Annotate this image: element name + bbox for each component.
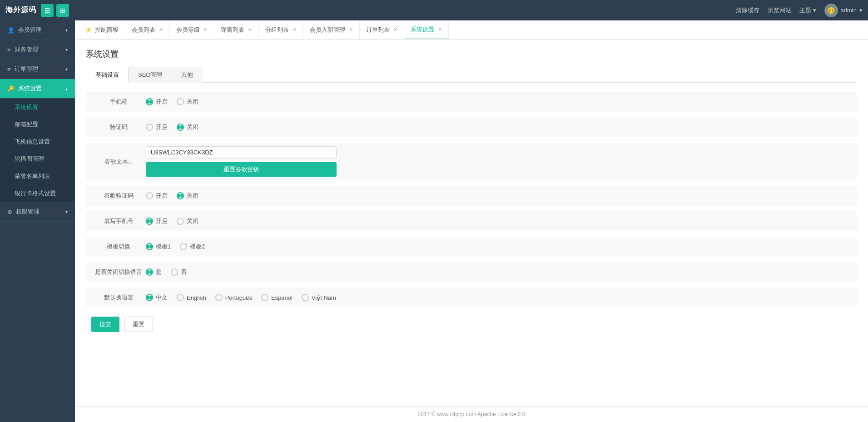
fill-phone-on-label: 开启 [156, 217, 168, 225]
template-1-radio[interactable]: 模板1 [146, 243, 171, 251]
mobile-off-radio-btn [177, 98, 184, 105]
app-logo: 海外源码 [5, 5, 36, 15]
fill-phone-off-radio[interactable]: 关闭 [177, 217, 198, 225]
permission-icon: ⊕ [7, 209, 12, 215]
sidebar-item-member-management[interactable]: 👤 会员管理 ▾ [0, 20, 75, 40]
google-captcha-off-radio[interactable]: 关闭 [177, 192, 198, 200]
mobile-on-radio[interactable]: 开启 [146, 98, 168, 106]
lang-vn-label: Việt Nam [312, 294, 336, 301]
sidebar-sub-system-settings[interactable]: 系统设置 [0, 99, 75, 116]
tab-order-list[interactable]: 订单列表 ✕ [360, 20, 404, 40]
sidebar-sub-carousel[interactable]: 轮播图管理 [0, 150, 75, 168]
tab-close-system-settings[interactable]: ✕ [438, 26, 442, 32]
tab-close-order-list[interactable]: ✕ [393, 27, 397, 33]
tab-close-member-level[interactable]: ✕ [203, 27, 208, 33]
clear-cache-button[interactable]: 清除缓存 [736, 6, 759, 15]
layout: 👤 会员管理 ▾ ≡ 财务管理 ▾ ≡ 订单管理 ▾ 🔑 系统设置 ▴ [0, 20, 868, 422]
tab-member-onboard[interactable]: 会员入职管理 ✕ [303, 20, 360, 40]
sidebar-sub-email-config[interactable]: 邮箱配置 [0, 116, 75, 133]
lang-es-btn [261, 294, 268, 301]
sidebar-label-system: 系统设置 [18, 84, 42, 93]
sidebar-label-order: 订单管理 [15, 65, 38, 73]
lang-vn-radio[interactable]: Việt Nam [302, 294, 336, 301]
captcha-controls: 开启 关闭 [146, 123, 198, 131]
sidebar-label-finance: 财务管理 [15, 45, 38, 54]
sidebar-label-member: 会员管理 [18, 26, 42, 34]
sidebar-sub-honor-list[interactable]: 荣誉名单列表 [0, 168, 75, 185]
captcha-off-label: 关闭 [187, 123, 198, 131]
close-lang-row: 是否关闭切换语言 是 否 [86, 262, 857, 282]
mobile-off-radio[interactable]: 关闭 [177, 98, 198, 106]
fill-phone-on-radio[interactable]: 开启 [146, 217, 168, 225]
key-icon: 🔑 [7, 85, 15, 92]
chevron-icon-permission: ▾ [65, 209, 68, 214]
google-captcha-on-radio[interactable]: 开启 [146, 192, 168, 200]
fill-phone-controls: 开启 关闭 [146, 217, 198, 225]
lang-en-btn [177, 294, 184, 301]
reset-button[interactable]: 重置 [124, 317, 153, 332]
lang-en-label: English [187, 294, 206, 301]
tab-bar: ⚡ 控制面板 会员列表 ✕ 会员等级 ✕ 弹窗列表 ✕ 分组列表 ✕ 会员入职管… [75, 20, 868, 40]
sidebar-sub-bank-card[interactable]: 银行卡格式设置 [0, 185, 75, 202]
lang-es-radio[interactable]: Español [261, 294, 293, 301]
close-lang-no-label: 否 [181, 268, 187, 276]
chevron-icon-order: ▾ [65, 67, 68, 72]
tab-member-level[interactable]: 会员等级 ✕ [170, 20, 214, 40]
menu-toggle-button[interactable]: ☰ [41, 4, 54, 17]
sidebar-item-system-settings[interactable]: 🔑 系统设置 ▴ [0, 79, 75, 99]
chevron-icon: ▾ [65, 28, 68, 33]
tab-group-list[interactable]: 分组列表 ✕ [259, 20, 303, 40]
theme-button[interactable]: 主题 ▾ [799, 6, 816, 15]
submit-button[interactable]: 提交 [91, 317, 119, 332]
lang-zh-radio[interactable]: 中文 [146, 293, 168, 302]
browse-site-button[interactable]: 浏览网站 [768, 6, 791, 15]
sidebar-item-permission-management[interactable]: ⊕ 权限管理 ▾ [0, 202, 75, 222]
inner-tab-seo[interactable]: SEO管理 [129, 67, 172, 83]
form-actions: 提交 重置 [86, 317, 857, 332]
default-lang-row: 默认换语言 中文 English Português [86, 288, 857, 308]
close-lang-yes-radio[interactable]: 是 [146, 268, 162, 276]
order-icon: ≡ [7, 66, 11, 73]
close-lang-no-radio[interactable]: 否 [171, 268, 187, 276]
captcha-on-radio[interactable]: 开启 [146, 123, 168, 131]
chevron-down-icon-user: ▾ [859, 7, 863, 14]
google-text-row: 谷歌文本... 重置谷歌密钥 [86, 143, 857, 180]
google-text-input[interactable] [146, 146, 337, 159]
sidebar-item-finance-management[interactable]: ≡ 财务管理 ▾ [0, 40, 75, 60]
sidebar-sub-flight-info[interactable]: 飞机信息设置 [0, 133, 75, 150]
inner-tab-basic[interactable]: 基础设置 [86, 67, 129, 83]
template-2-radio[interactable]: 模板2 [180, 243, 205, 251]
captcha-label: 验证码 [91, 123, 146, 131]
captcha-on-label: 开启 [156, 123, 168, 131]
captcha-row: 验证码 开启 关闭 [86, 117, 857, 137]
lang-zh-label: 中文 [156, 293, 168, 302]
mobile-on-label: 开启 [156, 98, 168, 106]
tab-close-group-list[interactable]: ✕ [293, 27, 297, 33]
tab-system-settings[interactable]: 系统设置 ✕ [404, 20, 449, 40]
sidebar-item-order-management[interactable]: ≡ 订单管理 ▾ [0, 60, 75, 79]
tab-dashboard[interactable]: ⚡ 控制面板 [79, 20, 125, 40]
inner-tab-other[interactable]: 其他 [172, 67, 203, 83]
tab-close-member-onboard[interactable]: ✕ [349, 27, 353, 33]
tab-popup-list[interactable]: 弹窗列表 ✕ [214, 20, 259, 40]
captcha-on-radio-btn [146, 124, 153, 131]
tab-close-member-list[interactable]: ✕ [159, 27, 163, 33]
lang-en-radio[interactable]: English [177, 294, 206, 301]
header-right: 清除缓存 浏览网站 主题 ▾ 😊 admin ▾ [736, 4, 863, 17]
close-lang-yes-label: 是 [156, 268, 162, 276]
lang-pt-radio[interactable]: Português [215, 294, 252, 301]
grid-toggle-button[interactable]: ⊞ [56, 4, 69, 17]
header-left: 海外源码 ☰ ⊞ [5, 4, 69, 17]
reset-google-key-button[interactable]: 重置谷歌密钥 [146, 162, 337, 177]
default-lang-controls: 中文 English Português Español [146, 293, 336, 302]
template-2-btn [180, 243, 187, 250]
close-lang-controls: 是 否 [146, 268, 187, 276]
close-lang-yes-btn [146, 268, 153, 276]
tab-close-popup-list[interactable]: ✕ [248, 27, 252, 33]
google-captcha-label: 谷歌验证码 [91, 192, 146, 200]
chevron-icon-finance: ▾ [65, 47, 68, 52]
captcha-off-radio[interactable]: 关闭 [177, 123, 198, 131]
template-2-label: 模板2 [190, 243, 205, 251]
default-lang-label: 默认换语言 [91, 293, 146, 302]
tab-member-list[interactable]: 会员列表 ✕ [125, 20, 170, 40]
